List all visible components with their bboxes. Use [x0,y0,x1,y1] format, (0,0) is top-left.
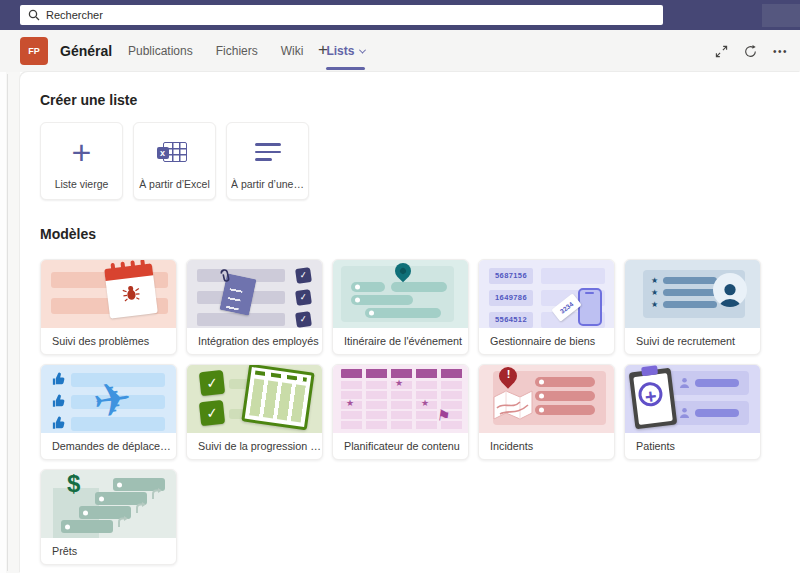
tab-fichiers[interactable]: Fichiers [216,30,258,72]
templates-heading: Modèles [40,226,96,242]
airplane-icon: ✈ [89,371,135,430]
tab-lists-label: Lists [326,44,354,58]
template-card-travel-requests[interactable]: ✈ Demandes de déplacement [40,364,177,460]
star-icon: ★ [395,379,403,388]
star-icon: ★ [346,399,354,408]
calendar-grid-icon [241,365,314,430]
tab-publications[interactable]: Publications [128,30,193,72]
asset-number: 5687156 [489,268,533,284]
recruitment-illustration: ★ ★ ★ [625,260,760,328]
asset-number: 5564512 [489,312,533,328]
person-icon [679,407,690,418]
template-card-issue-tracker[interactable]: Suivi des problèmes [40,259,177,355]
asset-manager-illustration: 5687156 1649786 5564512 3234 [479,260,614,328]
star-icon: ★ [421,399,429,408]
thumbs-up-icon [52,372,66,386]
channel-header: FP Général Publications Fichiers Wiki Li… [0,30,800,72]
channel-avatar[interactable]: FP [20,37,48,65]
expand-icon[interactable] [715,45,728,58]
tab-lists[interactable]: Lists [326,30,365,72]
chevron-down-icon [359,46,366,53]
tab-wiki[interactable]: Wiki [281,30,304,72]
search-icon [28,9,40,21]
event-itinerary-illustration [333,260,468,328]
template-card-label: Suivi de recrutement [625,328,760,355]
star-icon: ★ [651,289,658,297]
list-lines-icon [255,143,281,161]
content-scheduler-illustration: ★ ★ ★ ⚑ [333,365,468,433]
create-card-label: Liste vierge [45,178,118,190]
thumbs-up-icon [52,394,66,408]
template-card-content-scheduler[interactable]: ★ ★ ★ ⚑ Planificateur de contenu [332,364,469,460]
template-card-label: Demandes de déplacement [41,433,176,460]
template-card-label: Planificateur de contenu [333,433,468,460]
create-card-from-excel[interactable]: x À partir d’Excel [133,122,216,200]
person-avatar-icon [713,273,747,307]
patients-illustration: + [625,365,760,433]
issue-tracker-illustration [41,260,176,328]
search-box[interactable] [20,5,663,25]
checkbox-icon: ✓ [199,370,225,396]
plus-icon: + [72,137,92,167]
search-input[interactable] [46,9,663,21]
more-icon[interactable]: ••• [773,46,788,57]
template-card-label: Patients [625,433,760,460]
template-card-incidents[interactable]: ! Incidents [478,364,615,460]
template-card-event-itinerary[interactable]: Itinéraire de l'événement [332,259,469,355]
left-gutter [0,72,20,573]
medical-clipboard-icon: + [629,368,678,430]
arrow-up-icon [151,488,163,500]
active-tab-underline [326,67,365,70]
star-icon: ★ [651,301,658,309]
add-tab-button[interactable]: + [318,40,328,60]
template-card-patients[interactable]: + Patients [624,364,761,460]
bug-calendar-icon [104,263,158,318]
template-card-label: Suivi de la progression des t… [187,433,322,460]
create-card-blank-list[interactable]: + Liste vierge [40,122,123,200]
tab-bar: Publications Fichiers Wiki Lists [128,30,365,72]
asset-number: 1649786 [489,290,533,306]
map-icon [493,389,533,421]
star-icon: ★ [651,277,658,285]
checkbox-icon: ✓ [295,289,312,306]
topbar-right-button[interactable] [762,4,800,27]
template-card-label: Suivi des problèmes [41,328,176,355]
create-card-from-list[interactable]: À partir d’une li… [226,122,309,200]
create-card-label: À partir d’Excel [138,178,211,190]
channel-title: Général [60,43,112,59]
person-icon [679,377,690,388]
checkbox-icon: ✓ [295,311,312,328]
lists-tab-content: Créer une liste + Liste vierge x À parti… [20,72,800,573]
create-card-label: À partir d’une li… [231,178,304,190]
template-card-label: Prêts [41,538,176,565]
template-card-progress-tracker[interactable]: ✓ ✓ Suivi de la progression des t… [186,364,323,460]
template-card-asset-manager[interactable]: 5687156 1649786 5564512 3234 Gestionnair… [478,259,615,355]
checkbox-icon: ✓ [199,400,225,426]
template-card-label: Itinéraire de l'événement [333,328,468,355]
travel-requests-illustration: ✈ [41,365,176,433]
dollar-icon: $ [67,470,80,498]
app-top-bar [0,0,800,30]
excel-grid-icon: x [163,142,187,162]
flag-icon: ⚑ [436,406,452,426]
template-card-employee-onboarding[interactable]: ✓ ✓ ✓ Intégration des employés [186,259,323,355]
arrow-up-icon [135,502,147,514]
loans-illustration: $ [41,470,176,538]
arrow-up-icon [117,516,129,528]
template-card-recruitment-tracker[interactable]: ★ ★ ★ Suivi de recrutement [624,259,761,355]
template-card-label: Incidents [479,433,614,460]
phone-icon [578,288,602,326]
create-list-heading: Créer une liste [40,92,137,108]
onboarding-illustration: ✓ ✓ ✓ [187,260,322,328]
thumbs-up-icon [52,416,66,430]
checkbox-icon: ✓ [295,267,312,284]
refresh-icon[interactable] [744,45,757,58]
template-card-label: Intégration des employés [187,328,322,355]
template-card-label: Gestionnaire de biens [479,328,614,355]
progress-tracker-illustration: ✓ ✓ [187,365,322,433]
incidents-illustration: ! [479,365,614,433]
template-card-loans[interactable]: $ Prêts [40,469,177,565]
